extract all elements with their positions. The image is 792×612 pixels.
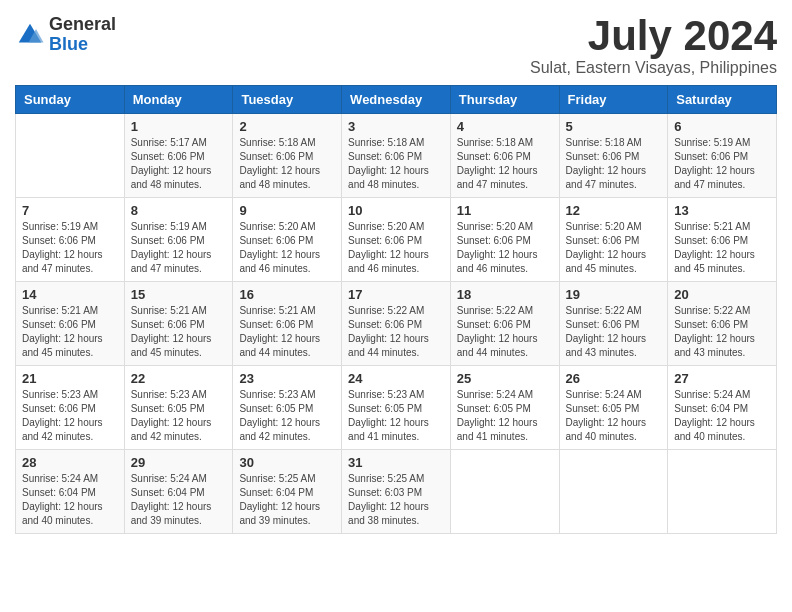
day-number: 28 bbox=[22, 455, 118, 470]
day-info: Sunrise: 5:23 AM Sunset: 6:06 PM Dayligh… bbox=[22, 388, 118, 444]
day-number: 2 bbox=[239, 119, 335, 134]
calendar-cell bbox=[559, 450, 668, 534]
calendar-cell: 9Sunrise: 5:20 AM Sunset: 6:06 PM Daylig… bbox=[233, 198, 342, 282]
day-info: Sunrise: 5:24 AM Sunset: 6:04 PM Dayligh… bbox=[22, 472, 118, 528]
calendar-week-row: 28Sunrise: 5:24 AM Sunset: 6:04 PM Dayli… bbox=[16, 450, 777, 534]
header-day: Friday bbox=[559, 86, 668, 114]
day-number: 14 bbox=[22, 287, 118, 302]
calendar-cell: 23Sunrise: 5:23 AM Sunset: 6:05 PM Dayli… bbox=[233, 366, 342, 450]
calendar-cell: 30Sunrise: 5:25 AM Sunset: 6:04 PM Dayli… bbox=[233, 450, 342, 534]
calendar-cell: 4Sunrise: 5:18 AM Sunset: 6:06 PM Daylig… bbox=[450, 114, 559, 198]
day-info: Sunrise: 5:22 AM Sunset: 6:06 PM Dayligh… bbox=[348, 304, 444, 360]
day-number: 13 bbox=[674, 203, 770, 218]
day-number: 9 bbox=[239, 203, 335, 218]
calendar-cell: 2Sunrise: 5:18 AM Sunset: 6:06 PM Daylig… bbox=[233, 114, 342, 198]
day-number: 1 bbox=[131, 119, 227, 134]
day-number: 27 bbox=[674, 371, 770, 386]
calendar-cell: 24Sunrise: 5:23 AM Sunset: 6:05 PM Dayli… bbox=[342, 366, 451, 450]
header-day: Sunday bbox=[16, 86, 125, 114]
calendar-cell: 19Sunrise: 5:22 AM Sunset: 6:06 PM Dayli… bbox=[559, 282, 668, 366]
day-info: Sunrise: 5:21 AM Sunset: 6:06 PM Dayligh… bbox=[131, 304, 227, 360]
day-number: 22 bbox=[131, 371, 227, 386]
day-info: Sunrise: 5:20 AM Sunset: 6:06 PM Dayligh… bbox=[457, 220, 553, 276]
day-info: Sunrise: 5:20 AM Sunset: 6:06 PM Dayligh… bbox=[566, 220, 662, 276]
day-info: Sunrise: 5:21 AM Sunset: 6:06 PM Dayligh… bbox=[239, 304, 335, 360]
day-number: 12 bbox=[566, 203, 662, 218]
day-number: 11 bbox=[457, 203, 553, 218]
day-number: 30 bbox=[239, 455, 335, 470]
day-number: 26 bbox=[566, 371, 662, 386]
logo-text: General Blue bbox=[49, 15, 116, 55]
logo-general: General bbox=[49, 15, 116, 35]
calendar-cell: 18Sunrise: 5:22 AM Sunset: 6:06 PM Dayli… bbox=[450, 282, 559, 366]
day-info: Sunrise: 5:19 AM Sunset: 6:06 PM Dayligh… bbox=[131, 220, 227, 276]
calendar-week-row: 14Sunrise: 5:21 AM Sunset: 6:06 PM Dayli… bbox=[16, 282, 777, 366]
day-number: 20 bbox=[674, 287, 770, 302]
calendar-table: SundayMondayTuesdayWednesdayThursdayFrid… bbox=[15, 85, 777, 534]
calendar-cell: 29Sunrise: 5:24 AM Sunset: 6:04 PM Dayli… bbox=[124, 450, 233, 534]
logo-blue: Blue bbox=[49, 35, 116, 55]
day-info: Sunrise: 5:17 AM Sunset: 6:06 PM Dayligh… bbox=[131, 136, 227, 192]
day-info: Sunrise: 5:23 AM Sunset: 6:05 PM Dayligh… bbox=[131, 388, 227, 444]
day-number: 24 bbox=[348, 371, 444, 386]
day-info: Sunrise: 5:22 AM Sunset: 6:06 PM Dayligh… bbox=[674, 304, 770, 360]
calendar-cell: 27Sunrise: 5:24 AM Sunset: 6:04 PM Dayli… bbox=[668, 366, 777, 450]
day-number: 17 bbox=[348, 287, 444, 302]
calendar-cell: 20Sunrise: 5:22 AM Sunset: 6:06 PM Dayli… bbox=[668, 282, 777, 366]
calendar-cell: 13Sunrise: 5:21 AM Sunset: 6:06 PM Dayli… bbox=[668, 198, 777, 282]
calendar-week-row: 7Sunrise: 5:19 AM Sunset: 6:06 PM Daylig… bbox=[16, 198, 777, 282]
day-info: Sunrise: 5:22 AM Sunset: 6:06 PM Dayligh… bbox=[457, 304, 553, 360]
calendar-cell bbox=[668, 450, 777, 534]
calendar-cell: 1Sunrise: 5:17 AM Sunset: 6:06 PM Daylig… bbox=[124, 114, 233, 198]
day-number: 21 bbox=[22, 371, 118, 386]
day-number: 16 bbox=[239, 287, 335, 302]
day-number: 19 bbox=[566, 287, 662, 302]
header-row: SundayMondayTuesdayWednesdayThursdayFrid… bbox=[16, 86, 777, 114]
day-number: 7 bbox=[22, 203, 118, 218]
header-day: Thursday bbox=[450, 86, 559, 114]
calendar-cell: 3Sunrise: 5:18 AM Sunset: 6:06 PM Daylig… bbox=[342, 114, 451, 198]
calendar-cell: 21Sunrise: 5:23 AM Sunset: 6:06 PM Dayli… bbox=[16, 366, 125, 450]
day-number: 4 bbox=[457, 119, 553, 134]
calendar-cell: 8Sunrise: 5:19 AM Sunset: 6:06 PM Daylig… bbox=[124, 198, 233, 282]
day-number: 29 bbox=[131, 455, 227, 470]
day-number: 15 bbox=[131, 287, 227, 302]
calendar-week-row: 21Sunrise: 5:23 AM Sunset: 6:06 PM Dayli… bbox=[16, 366, 777, 450]
calendar-cell: 6Sunrise: 5:19 AM Sunset: 6:06 PM Daylig… bbox=[668, 114, 777, 198]
day-info: Sunrise: 5:18 AM Sunset: 6:06 PM Dayligh… bbox=[348, 136, 444, 192]
calendar-cell: 10Sunrise: 5:20 AM Sunset: 6:06 PM Dayli… bbox=[342, 198, 451, 282]
calendar-cell: 14Sunrise: 5:21 AM Sunset: 6:06 PM Dayli… bbox=[16, 282, 125, 366]
day-info: Sunrise: 5:24 AM Sunset: 6:05 PM Dayligh… bbox=[566, 388, 662, 444]
header-day: Tuesday bbox=[233, 86, 342, 114]
day-number: 8 bbox=[131, 203, 227, 218]
day-number: 6 bbox=[674, 119, 770, 134]
calendar-cell: 15Sunrise: 5:21 AM Sunset: 6:06 PM Dayli… bbox=[124, 282, 233, 366]
day-info: Sunrise: 5:24 AM Sunset: 6:04 PM Dayligh… bbox=[674, 388, 770, 444]
day-info: Sunrise: 5:25 AM Sunset: 6:04 PM Dayligh… bbox=[239, 472, 335, 528]
day-number: 10 bbox=[348, 203, 444, 218]
day-info: Sunrise: 5:20 AM Sunset: 6:06 PM Dayligh… bbox=[348, 220, 444, 276]
logo-icon bbox=[15, 20, 45, 50]
day-info: Sunrise: 5:21 AM Sunset: 6:06 PM Dayligh… bbox=[22, 304, 118, 360]
day-info: Sunrise: 5:25 AM Sunset: 6:03 PM Dayligh… bbox=[348, 472, 444, 528]
day-info: Sunrise: 5:18 AM Sunset: 6:06 PM Dayligh… bbox=[239, 136, 335, 192]
day-info: Sunrise: 5:19 AM Sunset: 6:06 PM Dayligh… bbox=[22, 220, 118, 276]
calendar-cell: 26Sunrise: 5:24 AM Sunset: 6:05 PM Dayli… bbox=[559, 366, 668, 450]
day-info: Sunrise: 5:20 AM Sunset: 6:06 PM Dayligh… bbox=[239, 220, 335, 276]
day-info: Sunrise: 5:24 AM Sunset: 6:04 PM Dayligh… bbox=[131, 472, 227, 528]
day-info: Sunrise: 5:23 AM Sunset: 6:05 PM Dayligh… bbox=[239, 388, 335, 444]
calendar-cell: 22Sunrise: 5:23 AM Sunset: 6:05 PM Dayli… bbox=[124, 366, 233, 450]
logo: General Blue bbox=[15, 15, 116, 55]
calendar-cell bbox=[16, 114, 125, 198]
day-number: 3 bbox=[348, 119, 444, 134]
calendar-cell: 16Sunrise: 5:21 AM Sunset: 6:06 PM Dayli… bbox=[233, 282, 342, 366]
day-info: Sunrise: 5:18 AM Sunset: 6:06 PM Dayligh… bbox=[457, 136, 553, 192]
month-title: July 2024 bbox=[530, 15, 777, 57]
calendar-cell bbox=[450, 450, 559, 534]
calendar-cell: 25Sunrise: 5:24 AM Sunset: 6:05 PM Dayli… bbox=[450, 366, 559, 450]
calendar-cell: 11Sunrise: 5:20 AM Sunset: 6:06 PM Dayli… bbox=[450, 198, 559, 282]
day-info: Sunrise: 5:21 AM Sunset: 6:06 PM Dayligh… bbox=[674, 220, 770, 276]
calendar-week-row: 1Sunrise: 5:17 AM Sunset: 6:06 PM Daylig… bbox=[16, 114, 777, 198]
calendar-cell: 12Sunrise: 5:20 AM Sunset: 6:06 PM Dayli… bbox=[559, 198, 668, 282]
calendar-cell: 17Sunrise: 5:22 AM Sunset: 6:06 PM Dayli… bbox=[342, 282, 451, 366]
